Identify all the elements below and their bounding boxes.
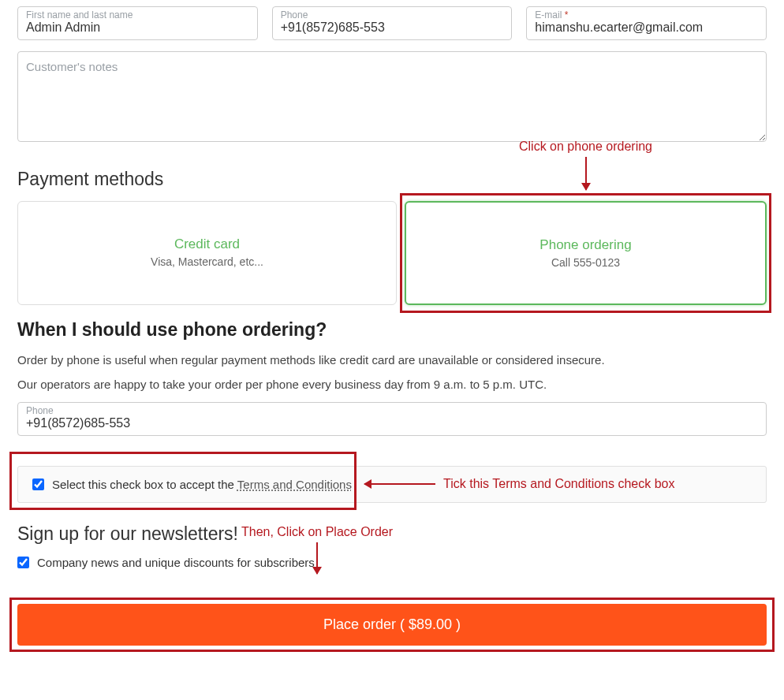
phone-ordering-desc-2: Our operators are happy to take your ord… (17, 378, 767, 391)
email-input[interactable] (535, 20, 758, 35)
email-label-text: E-mail (535, 9, 562, 20)
terms-checkbox[interactable] (32, 478, 44, 490)
customer-notes-textarea[interactable] (17, 51, 767, 142)
phone-ordering-title: Phone ordering (414, 237, 757, 253)
payment-option-phone-ordering[interactable]: Phone ordering Call 555-0123 (405, 201, 767, 305)
newsletter-option-row: Company news and unique discounts for su… (17, 556, 767, 569)
phone-input[interactable] (281, 20, 504, 35)
arrow-left-icon (364, 483, 435, 485)
newsletter-checkbox[interactable] (17, 557, 29, 568)
credit-card-title: Credit card (26, 236, 388, 252)
terms-label: Select this check box to accept the Term… (52, 478, 352, 491)
phone-ordering-subtitle: Call 555-0123 (414, 256, 757, 269)
place-order-button[interactable]: Place order ( $89.00 ) (17, 604, 767, 646)
name-field-wrapper: First name and last name (17, 6, 258, 40)
annotation-terms: Tick this Terms and Conditions check box (364, 477, 674, 491)
terms-label-prefix: Select this check box to accept the (52, 478, 237, 491)
name-label: First name and last name (26, 10, 249, 20)
annotation-phone-ordering-text: Click on phone ordering (483, 140, 689, 154)
payment-methods-row: Credit card Visa, Mastercard, etc... Pho… (17, 201, 767, 305)
newsletter-option-label: Company news and unique discounts for su… (37, 556, 315, 569)
required-marker: * (565, 9, 569, 20)
credit-card-subtitle: Visa, Mastercard, etc... (26, 255, 388, 268)
arrow-down-icon (585, 157, 587, 190)
terms-section: Select this check box to accept the Term… (17, 466, 767, 503)
phone-ordering-question-heading: When I should use phone ordering? (17, 319, 767, 341)
phone-field-wrapper: Phone (272, 6, 513, 40)
terms-and-conditions-link[interactable]: Terms and Conditions (237, 478, 352, 491)
annotation-phone-ordering: Click on phone ordering (483, 140, 689, 190)
order-phone-field-wrapper: Phone (17, 402, 767, 436)
phone-ordering-desc-1: Order by phone is useful when regular pa… (17, 353, 767, 367)
payment-option-credit-card[interactable]: Credit card Visa, Mastercard, etc... (17, 201, 397, 305)
newsletter-heading: Sign up for our newsletters! (17, 523, 767, 545)
name-input[interactable] (26, 20, 249, 35)
order-phone-input[interactable] (26, 416, 758, 430)
email-field-wrapper: E-mail * (526, 6, 767, 40)
phone-label: Phone (281, 10, 504, 20)
place-order-section: Then, Click on Place Order Place order (… (17, 604, 767, 646)
email-label: E-mail * (535, 10, 758, 20)
customer-fields-row: First name and last name Phone E-mail * (17, 6, 767, 40)
order-phone-label: Phone (26, 406, 758, 416)
annotation-terms-text: Tick this Terms and Conditions check box (443, 477, 674, 491)
